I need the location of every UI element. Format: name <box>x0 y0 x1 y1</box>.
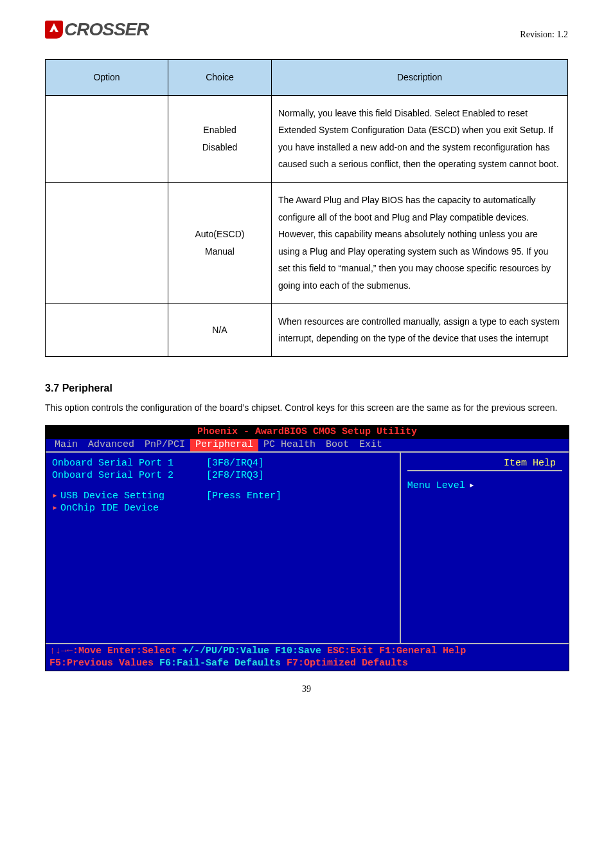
bios-menu-item[interactable]: PnP/PCI <box>139 439 190 451</box>
cell-option <box>46 95 168 182</box>
footer-failsafe: F6:Fail-Safe Defaults <box>159 658 287 669</box>
logo-mark-icon <box>45 21 63 39</box>
triangle-right-icon: ▸ <box>52 491 58 502</box>
table-row: N/A When resources are controlled manual… <box>46 303 568 356</box>
bios-menu-item[interactable]: PC Health <box>258 439 321 451</box>
bios-menu-item[interactable]: Advanced <box>83 439 139 451</box>
col-header-description: Description <box>272 60 568 96</box>
brand-logo: CROSSER <box>45 19 148 40</box>
bios-title: Phoenix - AwardBIOS CMOS Setup Utility <box>46 426 569 439</box>
bios-menu-bar: Main Advanced PnP/PCI Peripheral PC Heal… <box>46 439 569 451</box>
col-header-option: Option <box>46 60 168 96</box>
table-row: Auto(ESCD) Manual The Award Plug and Pla… <box>46 182 568 303</box>
options-table: Option Choice Description Enabled Disabl… <box>45 59 568 357</box>
table-row: Enabled Disabled Normally, you leave thi… <box>46 95 568 182</box>
bios-help-pane: Item Help Menu Level▸ <box>401 453 569 643</box>
cell-choice: Auto(ESCD) Manual <box>168 182 272 303</box>
footer-prev-values: F5:Previous Values <box>49 658 159 669</box>
bios-menu-item-active[interactable]: Peripheral <box>190 439 258 451</box>
bios-submenu-row[interactable]: ▸USB Device Setting [Press Enter] <box>52 491 393 503</box>
page-number: 39 <box>45 684 568 694</box>
section-intro: This option controls the configuration o… <box>45 399 568 417</box>
bios-setting-label: Onboard Serial Port 1 <box>52 458 206 470</box>
bios-submenu-row[interactable]: ▸OnChip IDE Device <box>52 503 393 515</box>
bios-submenu-label: ▸OnChip IDE Device <box>52 503 206 515</box>
footer-value-keys: +/-/PU/PD:Value F10:Save <box>182 646 327 656</box>
triangle-right-icon: ▸ <box>52 503 58 514</box>
section-heading: 3.7 Peripheral <box>45 383 568 394</box>
bios-settings-pane: Onboard Serial Port 1 [3F8/IRQ4] Onboard… <box>46 453 401 643</box>
bios-footer: ↑↓→←:Move Enter:Select +/-/PU/PD:Value F… <box>46 643 569 671</box>
bios-setting-value: [3F8/IRQ4] <box>206 458 264 470</box>
cell-choice: Enabled Disabled <box>168 95 272 182</box>
bios-setting-value: [2F8/IRQ3] <box>206 470 264 482</box>
bios-submenu-label: ▸USB Device Setting <box>52 491 206 503</box>
bios-menu-item[interactable]: Boot <box>321 439 354 451</box>
bios-setting-label: Onboard Serial Port 2 <box>52 470 206 482</box>
cell-description: When resources are controlled manually, … <box>272 303 568 356</box>
cell-description: Normally, you leave this field Disabled.… <box>272 95 568 182</box>
bios-menu-item[interactable]: Exit <box>354 439 387 451</box>
footer-nav-keys: ↑↓→←:Move Enter:Select <box>49 646 182 656</box>
bios-help-title: Item Help <box>407 458 562 470</box>
bios-menu-level: Menu Level▸ <box>407 480 562 493</box>
triangle-right-icon: ▸ <box>469 480 475 491</box>
bios-setting-row[interactable]: Onboard Serial Port 1 [3F8/IRQ4] <box>52 458 393 470</box>
bios-setting-row[interactable]: Onboard Serial Port 2 [2F8/IRQ3] <box>52 470 393 482</box>
footer-exit-keys: ESC:Exit F1:General Help <box>327 646 466 656</box>
bios-menu-item[interactable]: Main <box>49 439 83 451</box>
col-header-choice: Choice <box>168 60 272 96</box>
cell-option <box>46 182 168 303</box>
cell-description: The Award Plug and Play BIOS has the cap… <box>272 182 568 303</box>
logo-text: CROSSER <box>64 19 148 40</box>
bios-submenu-value: [Press Enter] <box>206 491 281 503</box>
footer-optimized: F7:Optimized Defaults <box>287 658 408 669</box>
cell-option <box>46 303 168 356</box>
bios-screenshot: Phoenix - AwardBIOS CMOS Setup Utility M… <box>45 425 569 671</box>
cell-choice: N/A <box>168 303 272 356</box>
revision-text: Revision: 1.2 <box>520 30 568 40</box>
